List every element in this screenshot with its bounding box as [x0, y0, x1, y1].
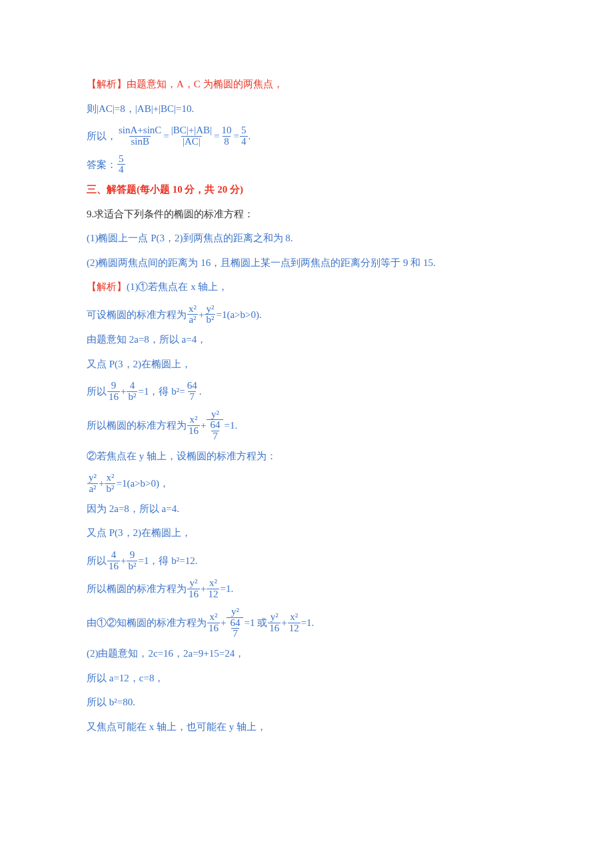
complex-fraction: y² 647 — [207, 409, 223, 442]
fraction: x²a² — [187, 304, 198, 326]
fraction: 54 — [117, 154, 125, 176]
text: =1 或 — [244, 615, 267, 631]
fraction: y²a² — [87, 473, 98, 495]
plus: + — [281, 615, 287, 631]
fraction: y²b² — [205, 304, 215, 326]
text: =1，得 b²=12. — [138, 553, 197, 569]
fraction: x²12 — [288, 612, 301, 634]
fraction: |BC|+|AB||AC| — [170, 125, 213, 147]
text: 由①②知椭圆的标准方程为 — [87, 615, 207, 631]
period: . — [199, 384, 202, 399]
equation-line: 所以椭圆的标准方程为 x²16 + y² 647 =1. — [87, 409, 526, 442]
complex-fraction: y² 647 — [227, 607, 243, 639]
equals: = — [163, 129, 169, 144]
fraction: 4b² — [127, 381, 137, 403]
plus: + — [121, 553, 126, 569]
equation-line: 所以椭圆的标准方程为 y²16 + x²12 =1. — [87, 578, 526, 600]
fraction: x²16 — [187, 415, 200, 437]
text: (1)①若焦点在 x 轴上， — [127, 281, 229, 292]
equation-line: y²a² + x²b² =1(a>b>0)， — [87, 473, 526, 495]
text: =1，得 b²= — [138, 384, 185, 399]
text: 所以椭圆的标准方程为 — [87, 581, 187, 597]
fraction: x²b² — [105, 473, 115, 495]
plus: + — [99, 476, 104, 491]
text: 所以椭圆的标准方程为 — [87, 418, 187, 433]
text: =1. — [224, 418, 237, 433]
sub-question: (2)椭圆两焦点间的距离为 16，且椭圆上某一点到两焦点的距离分别等于 9 和 … — [87, 255, 526, 271]
fraction: 54 — [240, 125, 248, 147]
plus: + — [121, 384, 126, 399]
text: 所以 — [87, 553, 107, 569]
equation-line: 可设椭圆的标准方程为 x²a² + y²b² =1(a>b>0). — [87, 304, 526, 326]
equals: = — [214, 129, 219, 144]
fraction: 108 — [221, 125, 233, 147]
text: 因为 2a=8，所以 a=4. — [87, 501, 526, 517]
text: 所以 — [87, 384, 107, 399]
text: ②若焦点在 y 轴上，设椭圆的标准方程为： — [87, 449, 526, 464]
fraction: 647 — [186, 381, 199, 403]
text: =1(a>b>0). — [216, 307, 261, 323]
equation-line: 所以 416 + 9b² =1，得 b²=12. — [87, 550, 526, 572]
answer-line: 答案： 54 — [87, 154, 526, 176]
answer-label: 答案： — [87, 157, 117, 173]
plus: + — [201, 581, 206, 597]
plus: + — [201, 418, 206, 433]
analysis-label: 【解析】由题意知，A，C 为椭圆的两焦点， — [87, 77, 526, 92]
fraction: 647 — [209, 420, 221, 442]
fraction: x²16 — [207, 612, 220, 634]
equation-line: 由①②知椭圆的标准方程为 x²16 + y² 647 =1 或 y²16 + x… — [87, 607, 526, 639]
fraction: 416 — [107, 550, 120, 572]
analysis-label: 【解析】 — [87, 281, 127, 292]
fraction: 647 — [229, 618, 241, 640]
fraction: x²12 — [207, 578, 219, 600]
text: 所以 a=12，c=8， — [87, 671, 526, 686]
text: 所以 b²=80. — [87, 695, 526, 710]
section-heading: 三、解答题(每小题 10 分，共 20 分) — [87, 182, 526, 197]
text: =1. — [301, 615, 314, 631]
text: (2)由题意知，2c=16，2a=9+15=24， — [87, 646, 526, 661]
text: 则|AC|=8，|AB|+|BC|=10. — [87, 101, 526, 117]
text: 可设椭圆的标准方程为 — [87, 307, 187, 323]
text: 又点 P(3，2)在椭圆上， — [87, 525, 526, 541]
equation-line: 所以， sinA+sinCsinB = |BC|+|AB||AC| = 108 … — [87, 125, 526, 147]
sub-question: (1)椭圆上一点 P(3，2)到两焦点的距离之和为 8. — [87, 231, 526, 246]
text: =1(a>b>0)， — [116, 476, 169, 491]
fraction: 916 — [107, 381, 120, 403]
text: =1. — [220, 581, 233, 597]
equals: = — [234, 129, 239, 144]
period: . — [249, 129, 251, 144]
fraction: 9b² — [127, 550, 137, 572]
equation-line: 所以 916 + 4b² =1，得 b²= 647 . — [87, 381, 526, 403]
text: 又焦点可能在 x 轴上，也可能在 y 轴上， — [87, 719, 526, 735]
analysis-start: 【解析】(1)①若焦点在 x 轴上， — [87, 279, 526, 295]
fraction: sinA+sinCsinB — [117, 125, 163, 147]
text: 由题意知 2a=8，所以 a=4， — [87, 332, 526, 347]
fraction: y²16 — [187, 578, 200, 600]
text: 又点 P(3，2)在椭圆上， — [87, 357, 526, 372]
fraction: y²16 — [268, 612, 281, 634]
text: 所以， — [87, 129, 117, 144]
plus: + — [221, 615, 226, 631]
question-stem: 9.求适合下列条件的椭圆的标准方程： — [87, 207, 526, 222]
plus: + — [199, 307, 204, 323]
